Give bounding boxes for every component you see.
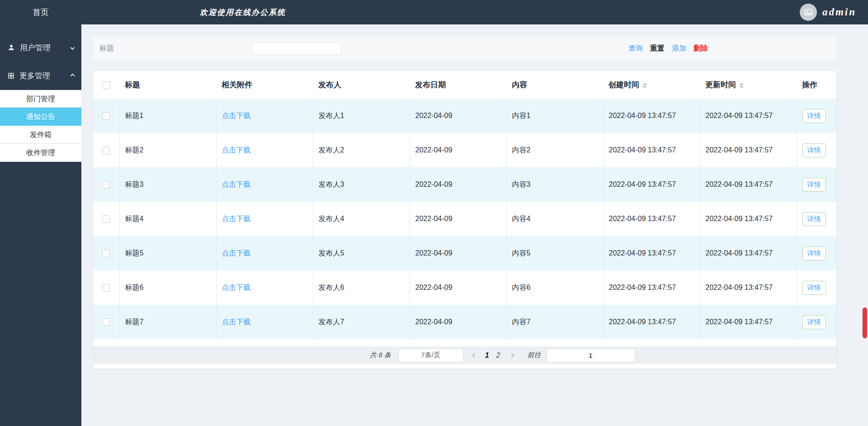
sidebar-item-home[interactable]: 首页 (0, 0, 81, 24)
toolbar-actions: 查询 重置 添加 删除 (628, 37, 708, 60)
user-menu[interactable]: admin (800, 4, 856, 21)
cell-title: 标题2 (119, 133, 216, 167)
sidebar-menu-label: 用户管理 (20, 43, 51, 53)
page-size-select[interactable]: 7条/页 (398, 349, 463, 362)
col-content: 内容 (506, 71, 603, 99)
cell-updated-at: 2022-04-09 13:47:57 (700, 133, 797, 167)
cell-created-at: 2022-04-09 13:47:57 (603, 99, 700, 133)
col-action: 操作 (797, 71, 836, 99)
chevron-down-icon (71, 46, 74, 49)
page-number-1[interactable]: 1 (485, 351, 489, 360)
row-checkbox[interactable] (102, 215, 110, 223)
cell-title: 标题4 (119, 202, 216, 236)
detail-button[interactable]: 详情 (802, 109, 826, 123)
title-field-label: 标题 (99, 37, 114, 60)
search-toolbar: 标题 查询 重置 添加 删除 (93, 37, 836, 60)
sidebar-menu-user-management[interactable]: 用户管理 (0, 36, 81, 59)
cell-content: 内容1 (506, 99, 603, 133)
cell-title: 标题7 (119, 305, 216, 339)
sidebar-item-notice[interactable]: 通知公告 (0, 108, 81, 126)
cell-publisher: 发布人3 (313, 167, 410, 202)
download-link[interactable]: 点击下载 (222, 180, 251, 188)
sort-caret-icons[interactable] (739, 83, 744, 88)
topbar: 欢迎使用在线办公系统 admin (81, 0, 868, 24)
cell-publisher: 发布人2 (313, 133, 410, 167)
row-checkbox[interactable] (102, 112, 110, 120)
cell-content: 内容7 (506, 305, 603, 339)
cell-created-at: 2022-04-09 13:47:57 (603, 202, 700, 236)
cell-publisher: 发布人6 (313, 270, 410, 305)
cell-updated-at: 2022-04-09 13:47:57 (700, 236, 797, 270)
title-search-input[interactable] (252, 42, 341, 55)
cell-publish-date: 2022-04-09 (410, 202, 506, 236)
download-link[interactable]: 点击下载 (222, 112, 251, 119)
avatar[interactable] (800, 4, 817, 21)
col-publish-date: 发布日期 (410, 71, 506, 99)
row-checkbox[interactable] (102, 318, 110, 326)
cell-publish-date: 2022-04-09 (410, 236, 506, 270)
table-card: 标题 相关附件 发布人 发布日期 内容 创建时间 更新时间 操作 标题1 点击下… (93, 71, 836, 369)
detail-button[interactable]: 详情 (802, 143, 826, 157)
detail-button[interactable]: 详情 (802, 178, 826, 192)
user-icon (7, 43, 15, 52)
download-link[interactable]: 点击下载 (222, 284, 251, 291)
detail-button[interactable]: 详情 (802, 281, 826, 295)
cell-content: 内容3 (506, 167, 603, 202)
cell-publish-date: 2022-04-09 (410, 167, 506, 202)
query-button[interactable]: 查询 (628, 44, 643, 53)
table-row: 标题6 点击下载 发布人6 2022-04-09 内容6 2022-04-09 … (93, 270, 836, 305)
download-link[interactable]: 点击下载 (222, 215, 251, 222)
cell-title: 标题6 (119, 270, 216, 305)
cell-publish-date: 2022-04-09 (410, 270, 506, 305)
chevron-right-icon (509, 353, 514, 358)
chevron-up-icon (71, 74, 74, 77)
sidebar-item-outbox[interactable]: 发件箱 (0, 126, 81, 144)
detail-button[interactable]: 详情 (802, 212, 826, 226)
reset-button[interactable]: 重置 (650, 44, 665, 53)
cell-updated-at: 2022-04-09 13:47:57 (700, 202, 797, 236)
col-publisher: 发布人 (313, 71, 410, 99)
download-link[interactable]: 点击下载 (222, 318, 251, 326)
table-row: 标题3 点击下载 发布人3 2022-04-09 内容3 2022-04-09 … (93, 167, 836, 202)
cell-content: 内容6 (506, 270, 603, 305)
goto-page-input[interactable] (547, 349, 635, 362)
cell-content: 内容4 (506, 202, 603, 236)
cell-content: 内容5 (506, 236, 603, 270)
cell-updated-at: 2022-04-09 13:47:57 (700, 270, 797, 305)
table-row: 标题2 点击下载 发布人2 2022-04-09 内容2 2022-04-09 … (93, 133, 836, 167)
cell-created-at: 2022-04-09 13:47:57 (603, 236, 700, 270)
sidebar-item-department[interactable]: 部门管理 (0, 90, 81, 108)
scrollbar-thumb[interactable] (863, 308, 867, 338)
prev-page-button[interactable] (472, 352, 478, 359)
col-updated-at: 更新时间 (700, 71, 797, 99)
download-link[interactable]: 点击下载 (222, 146, 251, 154)
cell-publisher: 发布人4 (313, 202, 410, 236)
sidebar-menu-more-management[interactable]: 更多管理 (0, 64, 81, 87)
detail-button[interactable]: 详情 (802, 315, 826, 329)
row-checkbox[interactable] (102, 284, 110, 292)
cell-content: 内容2 (506, 133, 603, 167)
total-count-label: 共 8 条 (370, 351, 391, 360)
sidebar-submenu: 部门管理 通知公告 发件箱 收件管理 (0, 90, 81, 162)
goto-label: 前往 (528, 351, 541, 360)
cell-created-at: 2022-04-09 13:47:57 (603, 305, 700, 339)
col-created-at: 创建时间 (603, 71, 700, 99)
sidebar-menu-label: 更多管理 (19, 71, 50, 81)
row-checkbox[interactable] (102, 181, 110, 189)
page-number-2[interactable]: 2 (496, 351, 500, 360)
add-button[interactable]: 添加 (672, 44, 686, 53)
cell-created-at: 2022-04-09 13:47:57 (603, 270, 700, 305)
select-all-checkbox[interactable] (103, 81, 110, 89)
next-page-button[interactable] (509, 352, 515, 359)
detail-button[interactable]: 详情 (802, 246, 826, 260)
username-label: admin (822, 6, 856, 18)
col-title: 标题 (119, 71, 216, 99)
sidebar-item-inbox[interactable]: 收件管理 (0, 144, 81, 162)
row-checkbox[interactable] (102, 250, 110, 257)
delete-button[interactable]: 删除 (693, 44, 708, 53)
download-link[interactable]: 点击下载 (222, 249, 251, 257)
cell-publisher: 发布人7 (313, 305, 410, 339)
sort-caret-icons[interactable] (642, 83, 647, 88)
row-checkbox[interactable] (102, 147, 110, 154)
sidebar: 首页 用户管理 更多管理 部门管理 通知公告 发件箱 收件管理 (0, 0, 81, 426)
